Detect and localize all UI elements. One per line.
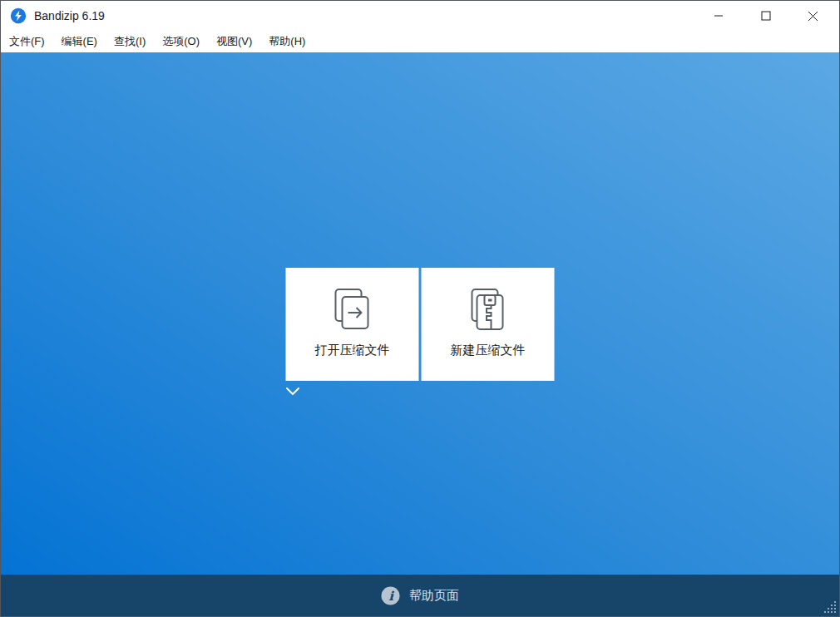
help-page-label: 帮助页面 <box>409 588 459 604</box>
close-button[interactable] <box>793 1 833 31</box>
bandizip-window: Bandizip 6.19 文件(F) 编辑(E) 查找(I) 选项(O) 视图… <box>0 0 840 617</box>
info-icon: i <box>381 586 400 605</box>
menubar: 文件(F) 编辑(E) 查找(I) 选项(O) 视图(V) 帮助(H) <box>1 31 839 52</box>
minimize-icon <box>714 11 724 21</box>
open-archive-icon <box>329 286 376 334</box>
resize-grip-icon[interactable] <box>824 601 837 614</box>
open-archive-label: 打开压缩文件 <box>315 343 390 358</box>
menu-file[interactable]: 文件(F) <box>4 31 53 52</box>
maximize-icon <box>761 11 771 21</box>
new-archive-icon <box>465 286 511 334</box>
menu-find[interactable]: 查找(I) <box>106 31 154 52</box>
menu-view[interactable]: 视图(V) <box>208 31 260 52</box>
workspace[interactable]: 打开压缩文件 新建压缩文件 <box>1 52 839 575</box>
new-archive-card[interactable]: 新建压缩文件 <box>422 268 555 381</box>
window-title: Bandizip 6.19 <box>34 9 699 22</box>
titlebar: Bandizip 6.19 <box>1 1 839 31</box>
window-controls <box>699 1 833 31</box>
open-archive-card[interactable]: 打开压缩文件 <box>286 268 419 381</box>
bandizip-logo-icon <box>10 7 27 24</box>
statusbar[interactable]: i 帮助页面 <box>1 575 839 616</box>
action-cards: 打开压缩文件 新建压缩文件 <box>286 268 555 381</box>
minimize-button[interactable] <box>699 1 738 31</box>
menu-help[interactable]: 帮助(H) <box>260 31 314 52</box>
menu-edit[interactable]: 编辑(E) <box>53 31 106 52</box>
maximize-button[interactable] <box>746 1 785 31</box>
close-icon <box>808 11 818 22</box>
menu-options[interactable]: 选项(O) <box>154 31 208 52</box>
chevron-down-icon[interactable] <box>285 387 300 397</box>
new-archive-label: 新建压缩文件 <box>451 343 526 358</box>
